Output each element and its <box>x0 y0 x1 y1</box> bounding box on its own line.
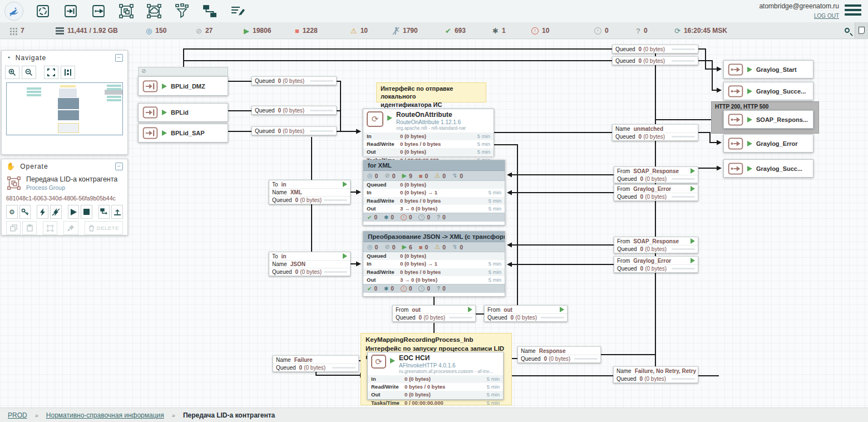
not-transmitting-icon: ⊘ <box>384 172 389 179</box>
up-to-date-icon: ✔ <box>367 214 372 220</box>
sync-failure-icon: ? <box>636 27 640 35</box>
access-policies-button[interactable] <box>19 205 31 219</box>
running-icon <box>162 130 167 136</box>
running-icon <box>390 358 395 364</box>
status-bar: 7 11,441 / 1.92 GB ◎150 ⊘27 ▶19806 ■1228… <box>0 22 868 39</box>
invalid-icon: ⚠ <box>435 243 440 251</box>
output-port-soap-response[interactable]: SOAP_Respons... <box>723 110 813 129</box>
running-icon <box>747 67 752 72</box>
connection-label[interactable]: Queued0(0 bytes) <box>251 126 337 135</box>
group-button[interactable] <box>43 221 57 235</box>
connection-label[interactable]: Fromout Queued0(0 bytes) <box>484 305 568 322</box>
locally-modified-status: ✱1 <box>492 22 506 39</box>
logout-link[interactable]: LOG OUT <box>814 13 839 19</box>
global-menu-icon[interactable] <box>845 4 861 18</box>
template-icon[interactable] <box>200 2 219 20</box>
connection-label[interactable]: FromGraylog_Error Queued0(0 bytes) <box>614 256 698 273</box>
transmitting-icon: ◎ <box>367 172 373 179</box>
last-refresh[interactable]: ⟳16:20:45 MSK <box>674 22 727 39</box>
connection-label[interactable]: FromSOAP_Response Queued0(0 bytes) <box>614 237 698 253</box>
canvas-label-interface[interactable]: Интерфейс по отправке локального идентиф… <box>376 82 486 102</box>
connection-label[interactable]: Fromout Queued0(0 bytes) <box>392 305 476 322</box>
connection-label[interactable]: NameResponse Queued0(0 bytes) <box>517 346 601 363</box>
upload-template-button[interactable] <box>111 205 123 219</box>
input-port-bplid[interactable]: BPLid <box>138 103 228 122</box>
running-icon <box>747 117 752 122</box>
selection-name: Передача LID-а контрагента <box>26 175 117 183</box>
input-port-icon[interactable] <box>61 2 80 20</box>
connection-label[interactable]: FromSOAP_Response Queued0(0 bytes) <box>614 166 698 183</box>
breadcrumb-parent[interactable]: Нормативно-справочная информация <box>46 411 164 419</box>
zoom-out-button[interactable] <box>22 66 36 79</box>
output-port-graylog-start[interactable]: Graylog_Start <box>723 60 813 78</box>
operate-collapse-button[interactable]: − <box>115 163 123 170</box>
not-transmitting-icon: ⊘ <box>384 243 389 251</box>
selection-id[interactable]: 681048c1-6063-340d-4806-56fa9b05b44c <box>6 195 123 202</box>
no-transmission-icon: ⊘ <box>141 68 146 74</box>
connection-label[interactable]: Toin NameJSON Queued0(0 bytes) <box>269 252 351 276</box>
running-icon <box>747 89 752 94</box>
delete-button[interactable]: DELETE <box>85 221 124 235</box>
zoom-actual-button[interactable] <box>61 66 75 79</box>
running-icon: ▶ <box>402 172 407 179</box>
input-port-bplid-dmz[interactable]: BPLid_DMZ <box>138 76 228 96</box>
not-transmitting-icon: ⊘ <box>196 27 202 35</box>
port-name: Graylog_Error <box>756 140 798 147</box>
connection-label[interactable]: Nameunmatched Queued0(0 bytes) <box>612 124 698 141</box>
copy-button[interactable] <box>6 221 21 235</box>
group-version-counts: ✔0 ✱0 ↑0 ↑0 ?0 <box>363 284 505 293</box>
output-port-icon[interactable] <box>89 2 108 20</box>
connection-label[interactable]: Queued0(0 bytes) <box>251 76 337 85</box>
stop-button[interactable] <box>81 205 92 219</box>
stopped-icon: ■ <box>419 173 423 179</box>
flow-canvas[interactable]: ◔ Navigate − ✋ Op <box>0 39 868 408</box>
app-logo[interactable] <box>4 2 23 21</box>
enable-button[interactable] <box>37 205 48 219</box>
disabled-icon: ↯ <box>452 243 457 251</box>
navigate-collapse-button[interactable]: − <box>115 54 123 62</box>
disabled-icon: ↯ <box>452 172 457 179</box>
hand-icon: ✋ <box>6 162 16 170</box>
processor-name: RouteOnAttribute <box>396 111 466 119</box>
minimap-viewport[interactable] <box>6 82 123 135</box>
input-port-bplid-sap[interactable]: BPLid_SAP <box>138 124 228 143</box>
connection-label[interactable]: Queued0(0 bytes) <box>612 45 698 53</box>
running-icon <box>343 253 347 259</box>
label-icon[interactable] <box>228 2 247 20</box>
paste-button[interactable] <box>22 221 37 235</box>
stopped-status: ■1228 <box>295 22 318 39</box>
disable-button[interactable] <box>50 205 62 219</box>
process-group-for-xml[interactable]: for XML ◎0 ⊘0 ▶9 ■0 ⚠0 ↯0 Queued0 (0 byt… <box>363 160 505 225</box>
change-color-button[interactable] <box>63 221 78 235</box>
connection-label[interactable]: NameFailure, No Retry, Retry Queued0(0 b… <box>613 366 698 383</box>
processor-bundle: org.apache.nifi - nifi-standard-nar <box>396 125 466 131</box>
configuration-button[interactable]: ⚙ <box>6 205 18 219</box>
process-group-icon[interactable] <box>117 2 136 20</box>
output-port-graylog-error[interactable]: Graylog_Error <box>723 134 813 153</box>
operate-panel: ✋ Operate − Передача LID-а контрагента P… <box>1 159 128 235</box>
connection-label[interactable]: Toin NameXML Queued0(0 bytes) <box>269 180 351 204</box>
processor-routeonattribute[interactable]: ⟳ RouteOnAttribute RouteOnAttribute 1.12… <box>363 109 494 156</box>
zoom-fit-button[interactable] <box>44 66 58 79</box>
connection-label[interactable]: FromGraylog_Error Queued0(0 bytes) <box>614 184 698 201</box>
create-template-button[interactable] <box>98 205 110 219</box>
start-button[interactable] <box>68 205 80 219</box>
input-port-icon <box>142 80 158 92</box>
refresh-icon[interactable]: ⟳ <box>674 27 680 35</box>
disabled-icon <box>392 27 400 35</box>
search-button[interactable] <box>840 22 854 38</box>
output-port-graylog-success-1[interactable]: Graylog_Succe... <box>723 82 813 100</box>
connection-label[interactable]: Queued0(0 bytes) <box>612 56 698 65</box>
bulletin-board-button[interactable] <box>855 22 868 38</box>
processor-icon[interactable] <box>33 2 52 20</box>
connection-label[interactable]: NameFailure Queued0(0 bytes) <box>273 355 359 372</box>
breadcrumb-root[interactable]: PROD <box>8 411 27 419</box>
transmitting-icon: ◎ <box>146 27 152 35</box>
process-group-json-xml[interactable]: Преобразование JSON -> XML (с трансформа… <box>363 231 505 297</box>
connection-label[interactable]: Queued0(0 bytes) <box>251 106 337 115</box>
remote-process-group-icon[interactable] <box>145 2 164 20</box>
funnel-icon[interactable] <box>172 2 191 20</box>
zoom-in-button[interactable] <box>5 66 19 79</box>
output-port-graylog-success-2[interactable]: Graylog_Succ... <box>723 159 813 178</box>
processor-eos-nsi[interactable]: ⟳ ЕОС НСИ AFInvokeHTTP 4.0.1.6 ru.greena… <box>367 352 504 400</box>
